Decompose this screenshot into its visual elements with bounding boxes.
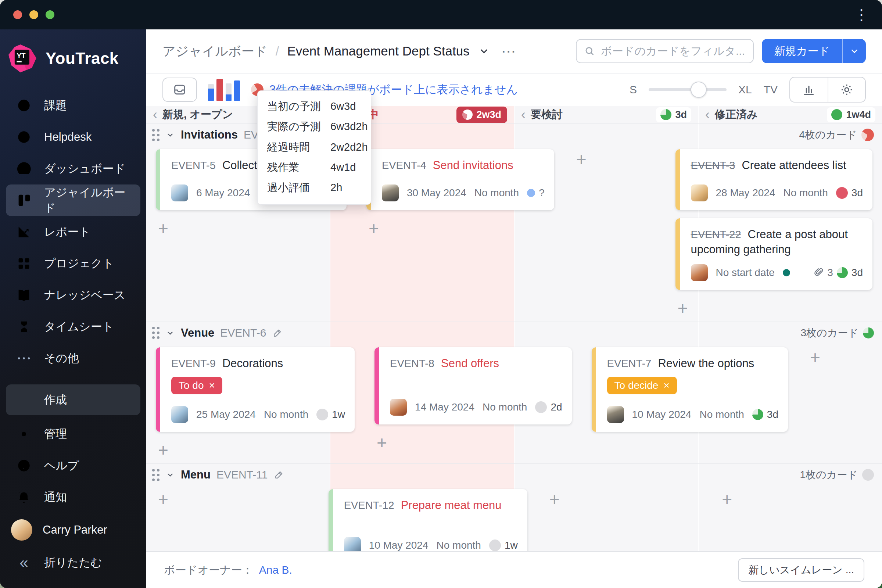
card-event-22[interactable]: EVENT-22Create a post about upcoming gat… [675,218,873,290]
sidebar-item-projects[interactable]: プロジェクト [0,248,146,279]
drag-handle-icon[interactable] [152,327,159,339]
minimize-window-button[interactable] [29,10,38,19]
sidebar-item-helpdesk[interactable]: Helpdesk [0,121,146,153]
collapse-sidebar-button[interactable]: « 折りたたむ [0,547,146,579]
maximize-window-button[interactable] [46,10,54,19]
drag-handle-icon[interactable] [152,129,159,141]
drag-handle-icon[interactable] [152,469,159,481]
card-event-3[interactable]: EVENT-3Create attendees list 28 May 2024… [675,149,873,210]
tooltip-value: 2h [330,182,342,194]
card-event-8[interactable]: EVENT-8Send offers 14 May 2024 No month … [375,347,572,424]
swimlane-card-count: 3枚のカード [800,326,874,340]
tag-to-decide[interactable]: To decide× [607,376,677,394]
sidebar: YT YouTrack 課題 Helpdesk ダッシュボード [0,29,146,588]
card-date: 10 May 2024 [632,409,692,420]
card-event-9[interactable]: EVENT-9Decorations To do× 25 May 2024 No… [156,347,355,432]
sidebar-item-administration[interactable]: 管理 [0,418,146,450]
assignee-avatar[interactable] [691,264,708,281]
swimlane-issue-id[interactable]: EVENT-6 [220,327,266,339]
add-card-button[interactable]: + [156,440,171,464]
collapse-column-icon[interactable]: ‹ [521,108,525,121]
swimlane-title[interactable]: Venue [181,326,214,340]
assignee-avatar[interactable] [171,406,188,423]
create-button[interactable]: 作成 [6,384,140,415]
add-card-button[interactable]: + [720,489,734,513]
browser-menu-icon[interactable]: ⋮ [854,8,869,22]
edit-pencil-icon[interactable] [272,327,283,339]
swimlane-title[interactable]: Invitations [181,128,238,141]
sidebar-item-label: アジャイルボード [44,185,132,216]
card-event-4[interactable]: EVENT-4Send invitations 30 May 2024 No m… [366,149,554,210]
card-event-12[interactable]: EVENT-12Prepare meat menu 10 May 2024 No… [328,489,527,551]
sidebar-item-help[interactable]: ヘルプ [0,450,146,482]
gear-icon [839,82,854,97]
tv-mode-button[interactable]: TV [764,83,778,96]
sidebar-item-timesheets[interactable]: タイムシート [0,311,146,342]
breadcrumb[interactable]: アジャイルボード [162,43,267,60]
time-circle-icon [836,187,848,199]
tag-to-do[interactable]: To do× [171,376,222,394]
estimate-value: 1w [332,409,345,420]
assignee-avatar[interactable] [344,537,361,551]
sidebar-item-knowledge-base[interactable]: ナレッジベース [0,279,146,311]
new-card-label[interactable]: 新規カード [762,44,842,59]
assignee-avatar[interactable] [390,399,407,416]
add-card-button[interactable]: + [366,218,381,242]
board-toolbar: 3件の未解決の課題がボード上に表示されません S XL TV [146,74,882,106]
sidebar-item-dashboards[interactable]: ダッシュボード [0,153,146,184]
slider-knob[interactable] [690,82,707,98]
page-title[interactable]: Event Management Dept Status [287,44,469,58]
collapse-column-icon[interactable]: ‹ [705,108,710,121]
sidebar-item-reports[interactable]: レポート [0,216,146,248]
column-overdue-badge[interactable]: 2w3d [456,106,507,123]
swimlane-title[interactable]: Menu [181,468,211,482]
card-size-slider[interactable] [649,88,726,91]
tag-label: To do [178,380,204,392]
collapse-column-icon[interactable]: ‹ [153,108,157,121]
sidebar-item-more[interactable]: その他 [0,342,146,374]
add-card-button[interactable]: + [547,489,562,513]
progress-chart-icon[interactable] [208,78,240,101]
card-event-7[interactable]: EVENT-7Review the options To decide× 10 … [592,347,788,432]
remove-tag-icon[interactable]: × [209,380,215,392]
board-more-icon[interactable]: ⋯ [501,43,517,60]
column-time-badge[interactable]: 3d [656,107,691,122]
backlog-button[interactable] [162,78,197,102]
swimlane-issue-id[interactable]: EVENT-11 [216,469,268,481]
edit-pencil-icon[interactable] [273,469,285,480]
add-card-button[interactable]: + [156,218,171,242]
sidebar-item-notifications[interactable]: 通知 [0,482,146,513]
column-headers: ‹ 新規, オープン ‹ 進行中 2w3d ‹ [146,106,882,123]
add-card-button[interactable]: + [675,298,690,322]
user-menu[interactable]: Carry Parker [0,513,146,547]
sidebar-item-issues[interactable]: 課題 [0,90,146,121]
add-card-button[interactable]: + [156,489,171,513]
collapse-swimlane-icon[interactable] [165,328,175,338]
collapse-swimlane-icon[interactable] [165,130,175,140]
logo[interactable]: YT YouTrack [0,36,146,90]
chevron-down-icon[interactable] [478,46,489,57]
estimate-value: 3d [767,409,778,420]
assignee-avatar[interactable] [691,184,708,201]
add-card-button[interactable]: + [574,149,589,173]
board-settings-button[interactable] [828,78,865,102]
tag-label: To decide [615,380,658,392]
add-card-button[interactable]: + [375,432,389,456]
close-window-button[interactable] [13,10,22,19]
remove-tag-icon[interactable]: × [663,380,669,392]
column-time-badge[interactable]: 1w4d [827,107,875,122]
add-card-button[interactable]: + [808,347,822,371]
assignee-avatar[interactable] [382,184,399,201]
board-owner-link[interactable]: Ana B. [259,564,292,576]
assignee-avatar[interactable] [607,406,624,423]
search-input[interactable] [601,45,746,57]
card-id: EVENT-4 [382,159,426,171]
new-swimlane-button[interactable]: 新しいスイムレーン ... [738,558,864,582]
new-card-dropdown[interactable] [843,46,866,56]
sidebar-item-agile-boards[interactable]: アジャイルボード [6,184,140,216]
statistics-button[interactable] [790,78,828,102]
collapse-swimlane-icon[interactable] [165,470,175,480]
column-header-fixed: ‹ 修正済み 1w4d [699,106,882,123]
assignee-avatar[interactable] [171,184,188,201]
new-card-button: 新規カード [762,39,866,63]
